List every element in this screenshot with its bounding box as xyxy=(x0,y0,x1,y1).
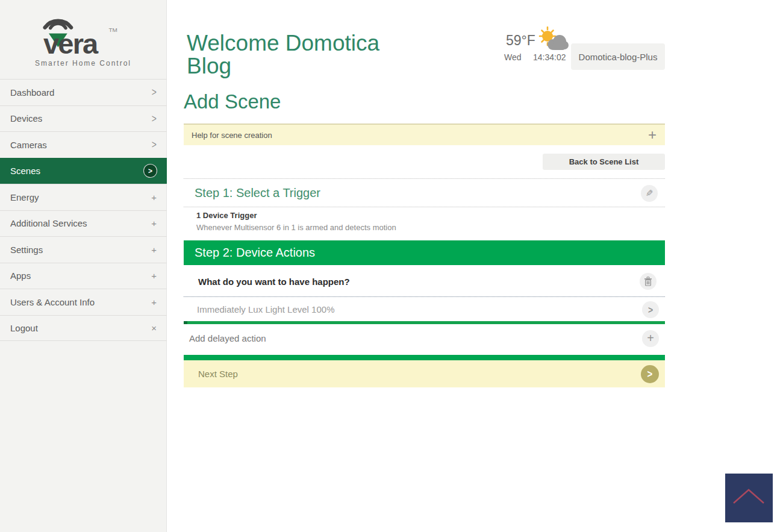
trigger-count: 1 Device Trigger xyxy=(196,211,654,220)
plus-icon: + xyxy=(151,218,157,228)
divider xyxy=(184,178,665,179)
next-step-button[interactable]: > xyxy=(641,365,659,383)
vera-logo: vera TM Smarter Home Control xyxy=(0,0,166,67)
plus-icon: + xyxy=(151,297,157,307)
chevron-up-icon xyxy=(725,474,773,522)
sidebar-item-label: Additional Services xyxy=(10,218,87,228)
scroll-to-top-button[interactable] xyxy=(725,474,773,522)
expand-plus-icon: + xyxy=(648,127,657,143)
divider xyxy=(184,296,665,297)
question-label: What do you want to have happen? xyxy=(198,277,350,287)
plus-icon: + xyxy=(151,192,157,202)
sidebar-item-users-account-info[interactable]: Users & Account Info + xyxy=(0,289,167,315)
plus-icon: + xyxy=(151,271,157,281)
weather-day: Wed xyxy=(504,52,522,62)
sidebar-item-apps[interactable]: Apps + xyxy=(0,263,167,289)
vera-logo-icon: vera TM xyxy=(26,13,140,60)
sidebar-item-label: Logout xyxy=(10,323,38,333)
chevron-right-icon: > xyxy=(648,304,653,315)
sidebar-item-label: Apps xyxy=(10,271,31,281)
page-title: Add Scene xyxy=(184,90,281,113)
sidebar-item-devices[interactable]: Devices > xyxy=(0,105,167,132)
sidebar-item-label: Energy xyxy=(10,192,39,202)
chevron-right-icon: > xyxy=(152,86,157,98)
edit-trigger-button[interactable]: ✎ xyxy=(641,185,658,202)
weather-time: 14:34:02 xyxy=(533,52,566,62)
sidebar-item-scenes[interactable]: Scenes > xyxy=(0,158,167,184)
next-step-label: Next Step xyxy=(198,369,238,379)
step2-header: Step 2: Device Actions xyxy=(184,240,665,265)
action-label: Immediately Lux Light Level 100% xyxy=(197,304,334,315)
back-to-scene-list-button[interactable]: Back to Scene List xyxy=(543,154,665,170)
plus-icon: + xyxy=(151,245,157,255)
sidebar-item-label: Dashboard xyxy=(10,87,54,98)
sidebar-item-label: Cameras xyxy=(10,140,47,150)
chevron-right-circle-icon: > xyxy=(144,164,157,177)
step2-title: Step 2: Device Actions xyxy=(195,246,315,260)
logo-brand-text: vera xyxy=(43,28,99,60)
sidebar-item-logout[interactable]: Logout × xyxy=(0,315,167,342)
step1-header: Step 1: Select a Trigger ✎ xyxy=(184,180,665,207)
sidebar-item-additional-services[interactable]: Additional Services + xyxy=(0,210,167,237)
delete-action-button[interactable] xyxy=(640,273,657,290)
next-step-bar[interactable]: Next Step > xyxy=(184,360,665,387)
logo-trademark: TM xyxy=(109,27,117,33)
add-delayed-action-row[interactable]: Add delayed action + xyxy=(184,324,665,352)
add-delayed-label: Add delayed action xyxy=(189,333,266,343)
weather-temperature: 59°F xyxy=(506,33,535,49)
help-for-scene-creation-bar[interactable]: Help for scene creation + xyxy=(184,124,665,145)
device-action-question-row: What do you want to have happen? xyxy=(184,268,665,295)
sidebar: vera TM Smarter Home Control Dashboard >… xyxy=(0,0,167,532)
sidebar-item-label: Devices xyxy=(10,113,42,124)
close-icon: × xyxy=(151,323,157,333)
partly-cloudy-icon xyxy=(535,27,569,54)
next-step-accent-bar xyxy=(184,355,665,360)
sidebar-item-dashboard[interactable]: Dashboard > xyxy=(0,79,167,105)
welcome-title: Welcome Domotica Blog xyxy=(187,32,395,77)
sidebar-item-label: Users & Account Info xyxy=(10,297,95,307)
step1-title: Step 1: Select a Trigger xyxy=(195,186,320,200)
sidebar-menu: Dashboard > Devices > Cameras > Scenes >… xyxy=(0,79,167,341)
divider xyxy=(184,207,665,207)
pencil-icon: ✎ xyxy=(646,188,654,199)
immediate-action-row[interactable]: Immediately Lux Light Level 100% > xyxy=(184,298,665,321)
chevron-right-icon: > xyxy=(647,368,653,380)
add-delayed-action-button[interactable]: + xyxy=(642,330,659,347)
logo-tagline: Smarter Home Control xyxy=(0,59,166,67)
sidebar-item-settings[interactable]: Settings + xyxy=(0,236,167,263)
plus-icon: + xyxy=(647,331,654,345)
chevron-right-icon: > xyxy=(152,113,157,125)
trigger-description: Whenever Multisensor 6 in 1 is armed and… xyxy=(196,223,654,232)
sidebar-item-label: Scenes xyxy=(10,166,40,176)
chevron-right-icon: > xyxy=(152,139,157,151)
controller-select-button[interactable]: Domotica-blog-Plus xyxy=(571,43,665,70)
help-bar-label: Help for scene creation xyxy=(192,131,272,140)
sidebar-item-energy[interactable]: Energy + xyxy=(0,184,167,210)
open-action-button[interactable]: > xyxy=(642,301,659,318)
trigger-summary-item[interactable]: 1 Device Trigger Whenever Multisensor 6 … xyxy=(196,211,654,232)
sidebar-item-cameras[interactable]: Cameras > xyxy=(0,131,167,158)
sidebar-item-label: Settings xyxy=(10,245,43,255)
trash-icon xyxy=(644,277,652,286)
